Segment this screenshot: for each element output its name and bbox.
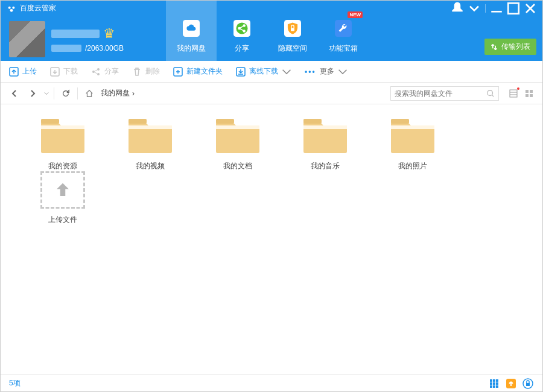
tab-share[interactable]: 分享 [217,1,267,61]
home-button[interactable] [83,87,96,100]
share-icon [91,67,101,77]
upload-dropzone-icon [40,171,85,209]
svg-point-15 [92,71,95,73]
svg-rect-3 [508,3,519,14]
tab-cloud[interactable]: 我的网盘 [166,1,217,61]
transfer-icon [491,43,498,51]
minimize-button[interactable] [488,2,505,15]
svg-point-2 [10,9,13,12]
item-count: 5项 [9,378,21,388]
file-grid: 我的资源我的视频我的文档我的音乐我的照片上传文件 [1,104,542,375]
svg-rect-43 [493,385,495,388]
svg-rect-38 [496,379,498,382]
folder-label: 我的资源 [48,161,77,171]
view-switcher [509,87,535,100]
forward-button[interactable] [26,87,39,100]
folder-item[interactable]: 我的音乐 [281,118,369,171]
tab-label: 我的网盘 [177,43,206,54]
folder-label: 我的文档 [223,161,252,171]
svg-rect-25 [530,94,533,97]
svg-rect-40 [493,382,495,385]
storage-text: /2063.00GB [85,44,124,52]
trash-icon [132,67,142,77]
dropdown-icon[interactable] [466,2,483,15]
svg-rect-42 [490,385,492,388]
svg-rect-22 [526,90,529,93]
chevron-down-icon [338,67,348,77]
lock-status-icon[interactable] [522,378,534,390]
user-name [51,30,100,38]
cloud-icon [180,17,203,40]
grid-view-icon[interactable] [488,378,500,390]
app-logo-icon [7,4,16,13]
tab-label: 功能宝箱 [329,43,358,54]
search-input[interactable] [395,89,486,98]
svg-rect-28 [129,119,147,124]
upload-status-icon[interactable] [505,378,517,390]
chevron-down-icon[interactable] [44,91,49,96]
upload-tile[interactable]: 上传文件 [19,171,106,225]
folder-item[interactable]: 我的资源 [19,118,106,171]
maximize-button[interactable] [505,2,522,15]
svg-point-20 [487,90,493,95]
title-row: 百度云管家 [7,3,56,13]
tab-lock[interactable]: 隐藏空间 [267,1,318,61]
folder-item[interactable]: 我的文档 [194,118,281,171]
new-folder-icon [173,67,183,77]
svg-rect-44 [496,385,498,388]
wrench-icon [332,17,355,40]
svg-rect-21 [510,90,517,97]
share-icon [230,17,253,40]
svg-rect-37 [493,379,495,382]
tab-label: 隐藏空间 [278,43,307,54]
notification-icon[interactable] [449,2,466,15]
tab-wrench[interactable]: 功能宝箱NEW [318,1,369,61]
svg-rect-41 [496,382,498,385]
svg-rect-23 [530,90,533,93]
toolbar: 上传 下载 分享 删除 新建文件夹 离线下载 ••• 更多 [1,61,542,83]
upload-label: 上传文件 [48,215,77,225]
svg-rect-31 [216,125,259,129]
offline-icon [236,67,246,77]
refresh-button[interactable] [59,87,72,100]
transfer-list-button[interactable]: 传输列表 [484,39,536,55]
chevron-down-icon [282,67,291,77]
upload-icon [9,67,19,77]
svg-rect-29 [129,125,172,129]
breadcrumb[interactable]: 我的网盘 › [101,88,386,98]
upload-button[interactable]: 上传 [9,66,37,77]
download-button: 下载 [50,66,78,77]
folder-label: 我的照片 [398,161,427,171]
back-button[interactable] [8,87,21,100]
folder-item[interactable]: 我的视频 [106,118,194,171]
svg-point-0 [8,6,11,8]
view-grid-icon[interactable] [523,87,535,100]
folder-item[interactable]: 我的照片 [369,118,456,171]
folder-label: 我的视频 [136,161,165,171]
svg-rect-11 [291,28,294,31]
more-button[interactable]: ••• 更多 [305,66,348,77]
nav-row: 我的网盘 › [1,83,542,104]
new-folder-button[interactable]: 新建文件夹 [173,66,223,77]
svg-rect-34 [391,119,409,124]
svg-rect-24 [526,94,529,97]
svg-rect-35 [391,125,434,129]
avatar[interactable] [9,21,45,57]
lock-icon [281,17,304,40]
offline-download-button[interactable]: 离线下载 [236,66,291,77]
svg-rect-27 [41,125,84,129]
user-block: ♛ /2063.00GB [9,17,124,61]
svg-rect-36 [490,379,492,382]
view-list-icon[interactable] [509,87,521,100]
app-title: 百度云管家 [20,3,56,13]
nav-tabs: 我的网盘分享隐藏空间功能宝箱NEW [166,1,369,61]
delete-button: 删除 [132,66,160,77]
close-button[interactable] [522,2,539,15]
search-icon[interactable] [486,89,495,98]
search-box[interactable] [390,86,499,101]
svg-rect-39 [490,382,492,385]
tab-label: 分享 [235,43,249,54]
download-icon [50,67,60,77]
crown-icon: ♛ [103,26,115,42]
transfer-label: 传输列表 [501,42,530,52]
